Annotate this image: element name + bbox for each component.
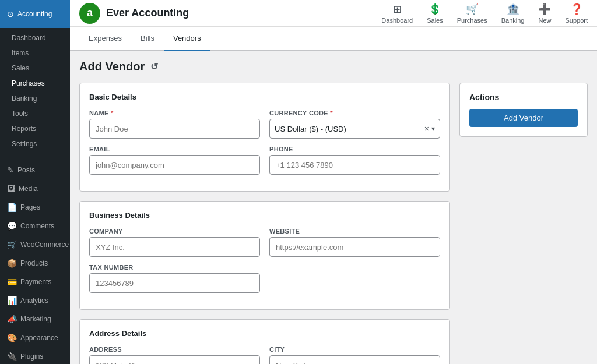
tax-input[interactable] <box>89 273 260 293</box>
add-vendor-button[interactable]: Add Vendor <box>469 109 578 127</box>
media-icon: 🖼 <box>7 184 15 193</box>
sidebar-sub-reports[interactable]: Reports <box>0 121 70 136</box>
content-area: Add Vendor ↺ Basic Details NAME * <box>70 51 597 364</box>
topbar-support-icon: ❓ <box>570 3 583 16</box>
tab-expenses[interactable]: Expenses <box>79 27 131 51</box>
basic-details-card: Basic Details NAME * CURRENCY CODE <box>79 83 450 192</box>
phone-input[interactable] <box>269 155 440 175</box>
sidebar-sub-purchases[interactable]: Purchases <box>0 76 70 91</box>
name-group: NAME * <box>89 109 260 139</box>
topbar-dashboard-icon: ⊞ <box>393 3 402 16</box>
company-label: COMPANY <box>89 228 260 235</box>
payments-icon: 💳 <box>7 277 17 287</box>
products-icon: 📦 <box>7 259 17 268</box>
address-details-title: Address Details <box>89 329 440 338</box>
currency-group: CURRENCY CODE * US Dollar ($) - (USD) × … <box>269 109 440 139</box>
sidebar-item-plugins[interactable]: 🔌 Plugins <box>0 347 70 364</box>
subnav-label: Tools <box>12 109 28 118</box>
phone-label: PHONE <box>269 146 440 153</box>
tax-label: TAX NUMBER <box>89 264 260 271</box>
page-title: Add Vendor <box>79 60 145 73</box>
tab-vendors[interactable]: Vendors <box>164 27 210 51</box>
website-label: WEBSITE <box>269 228 440 235</box>
marketing-icon: 📣 <box>7 314 17 324</box>
email-phone-row: EMAIL PHONE <box>89 146 440 175</box>
posts-icon: ✎ <box>7 165 14 175</box>
pages-icon: 📄 <box>7 203 17 212</box>
currency-select[interactable]: US Dollar ($) - (USD) × ▾ <box>269 119 440 139</box>
topbar-nav-label: Support <box>565 17 588 24</box>
analytics-icon: 📊 <box>7 296 17 305</box>
sidebar-item-posts[interactable]: ✎ Posts <box>0 161 70 179</box>
sidebar-sub-sales[interactable]: Sales <box>0 61 70 76</box>
sidebar-item-woocommerce[interactable]: 🛒 WooCommerce <box>0 235 70 254</box>
subnav-label: Reports <box>12 125 36 133</box>
main-wrapper: a Ever Accounting ⊞ Dashboard 💲 Sales 🛒 … <box>70 0 597 364</box>
email-group: EMAIL <box>89 146 260 175</box>
topbar-nav-new[interactable]: ➕ New <box>538 3 551 24</box>
sidebar-item-marketing[interactable]: 📣 Marketing <box>0 310 70 328</box>
sidebar-item-label: Analytics <box>20 296 48 305</box>
currency-clear-button[interactable]: × <box>424 124 429 133</box>
subnav-label: Settings <box>12 140 37 148</box>
sidebar-item-label: Plugins <box>20 352 43 361</box>
city-input[interactable] <box>269 355 440 364</box>
form-area: Basic Details NAME * CURRENCY CODE <box>79 83 450 364</box>
sidebar-sub-tools[interactable]: Tools <box>0 106 70 121</box>
accounting-subnav: Dashboard Items Sales Purchases Banking … <box>0 28 70 154</box>
name-label: NAME * <box>89 109 260 116</box>
sidebar-item-comments[interactable]: 💬 Comments <box>0 217 70 235</box>
sidebar-item-products[interactable]: 📦 Products <box>0 254 70 273</box>
actions-title: Actions <box>469 93 578 102</box>
page-header: Add Vendor ↺ <box>79 60 588 73</box>
sidebar-sub-items[interactable]: Items <box>0 45 70 61</box>
name-currency-row: NAME * CURRENCY CODE * US Dollar <box>89 109 440 139</box>
sidebar-item-label: Appearance <box>20 334 58 342</box>
city-label: CITY <box>269 346 440 353</box>
topbar-nav-label: Sales <box>427 17 443 24</box>
website-input[interactable] <box>269 237 440 257</box>
sidebar-item-label: WooCommerce <box>20 241 69 249</box>
wp-nav: ✎ Posts 🖼 Media 📄 Pages 💬 Comments 🛒 Woo… <box>0 158 70 364</box>
sidebar-item-appearance[interactable]: 🎨 Appearance <box>0 328 70 347</box>
sidebar-item-analytics[interactable]: 📊 Analytics <box>0 291 70 310</box>
sidebar-item-media[interactable]: 🖼 Media <box>0 179 70 198</box>
email-label: EMAIL <box>89 146 260 153</box>
reset-icon[interactable]: ↺ <box>150 61 158 72</box>
tab-bills[interactable]: Bills <box>131 27 164 51</box>
tabs-bar: Expenses Bills Vendors <box>70 27 597 51</box>
content-layout: Basic Details NAME * CURRENCY CODE <box>79 83 588 364</box>
company-group: COMPANY <box>89 228 260 257</box>
company-input[interactable] <box>89 237 260 257</box>
sidebar-item-accounting[interactable]: ⊙ Accounting <box>0 5 70 23</box>
topbar-banking-icon: 🏦 <box>507 3 519 16</box>
topbar-nav-banking[interactable]: 🏦 Banking <box>501 3 525 24</box>
sidebar-sub-dashboard[interactable]: Dashboard <box>0 30 70 45</box>
address-label: ADDRESS <box>89 346 260 353</box>
sidebar-sub-settings[interactable]: Settings <box>0 136 70 151</box>
topbar-nav-sales[interactable]: 💲 Sales <box>427 3 443 24</box>
sidebar-sub-banking[interactable]: Banking <box>0 91 70 106</box>
subnav-label: Purchases <box>12 79 45 87</box>
currency-dropdown-icon[interactable]: ▾ <box>431 125 435 133</box>
sidebar-item-payments[interactable]: 💳 Payments <box>0 273 70 291</box>
actions-panel: Actions Add Vendor <box>459 83 588 137</box>
appearance-icon: 🎨 <box>7 333 17 342</box>
topbar-nav-label: Banking <box>501 17 525 24</box>
address-group: ADDRESS <box>89 346 260 364</box>
topbar-nav-purchases[interactable]: 🛒 Purchases <box>457 3 487 24</box>
name-input[interactable] <box>89 119 260 139</box>
accounting-icon: ⊙ <box>7 9 14 19</box>
topbar-nav-dashboard[interactable]: ⊞ Dashboard <box>381 3 413 24</box>
website-group: WEBSITE <box>269 228 440 257</box>
topbar-nav-support[interactable]: ❓ Support <box>565 3 588 24</box>
sidebar: ⊙ Accounting Dashboard Items Sales Purch… <box>0 0 70 364</box>
address-details-card: Address Details ADDRESS CITY S <box>79 319 450 364</box>
sidebar-item-pages[interactable]: 📄 Pages <box>0 198 70 217</box>
tax-group: TAX NUMBER <box>89 264 260 293</box>
basic-details-title: Basic Details <box>89 93 440 101</box>
topbar: a Ever Accounting ⊞ Dashboard 💲 Sales 🛒 … <box>70 0 597 27</box>
email-input[interactable] <box>89 155 260 175</box>
sidebar-item-label: Accounting <box>17 10 52 18</box>
address-input[interactable] <box>89 355 260 364</box>
